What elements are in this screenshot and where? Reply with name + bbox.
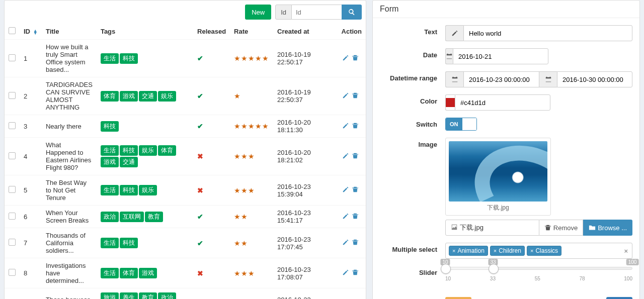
date-field[interactable]: [453, 48, 548, 64]
multiselect-tag[interactable]: × Animation: [449, 246, 488, 256]
row-checkbox[interactable]: [9, 152, 16, 159]
tag: 养生: [120, 292, 138, 299]
cell-rate: ★★: [230, 228, 273, 258]
cancel-button[interactable]: 撤销: [445, 297, 471, 299]
cell-tags: 生活体育游戏: [97, 258, 193, 288]
table-row: 2 TARDIGRADES CAN SURVIVE ALMOST ANYTHIN…: [5, 77, 366, 115]
slider-handle-low[interactable]: [441, 264, 451, 274]
remove-button[interactable]: Remove: [539, 220, 583, 236]
submit-button[interactable]: 提交: [606, 297, 632, 299]
tag: 科技: [101, 121, 119, 132]
multiselect-tag[interactable]: × Classics: [527, 246, 561, 256]
table-row: 8 Investigations have determined... 生活体育…: [5, 258, 366, 288]
x-icon: ✖: [197, 152, 203, 160]
row-checkbox[interactable]: [9, 54, 16, 61]
grid-panel: New Id ID ▲▼ Title Tags Released: [4, 0, 366, 299]
row-checkbox[interactable]: [9, 186, 16, 193]
trash-icon[interactable]: [352, 239, 359, 247]
new-button[interactable]: New: [245, 5, 271, 20]
col-created: Created at: [273, 24, 337, 40]
trash-icon: [544, 224, 551, 231]
cell-created: 2016-10-19 22:50:17: [273, 40, 337, 77]
edit-icon[interactable]: [342, 92, 349, 101]
edit-icon[interactable]: [342, 123, 349, 131]
row-checkbox[interactable]: [9, 269, 16, 276]
cell-created: 2016-10-23 17:07:45: [273, 228, 337, 258]
edit-icon[interactable]: [342, 55, 349, 63]
edit-icon[interactable]: [342, 269, 349, 277]
multiselect[interactable]: × Animation× Children× Classics×: [445, 243, 632, 259]
tag: 互联网: [120, 212, 144, 222]
edit-icon[interactable]: [342, 153, 349, 161]
tag: 生活: [101, 145, 119, 156]
cell-released: ✖: [193, 258, 230, 288]
search-icon: [348, 9, 355, 16]
row-checkbox[interactable]: [9, 122, 16, 129]
cell-id: 2: [20, 77, 42, 115]
label-color: Color: [380, 94, 445, 105]
remove-tag-icon[interactable]: ×: [452, 248, 455, 254]
id-input[interactable]: [292, 5, 342, 20]
slider[interactable]: 10 33 100 10335578100: [445, 266, 632, 290]
cell-created: 2016-10-23 17:08:31: [273, 288, 337, 300]
remove-tag-icon[interactable]: ×: [530, 248, 533, 254]
browse-button[interactable]: Browse ...: [583, 220, 632, 236]
datetime-to-field[interactable]: [557, 71, 632, 87]
edit-icon[interactable]: [342, 186, 349, 194]
trash-icon[interactable]: [352, 92, 359, 101]
row-checkbox[interactable]: [9, 239, 16, 246]
edit-icon[interactable]: [342, 239, 349, 247]
trash-icon[interactable]: [352, 123, 359, 131]
trash-icon[interactable]: [352, 213, 359, 221]
tag: 游戏: [139, 268, 157, 278]
trash-icon[interactable]: [352, 269, 359, 277]
trash-icon[interactable]: [352, 55, 359, 63]
label-dtr: Datetime range: [380, 71, 445, 82]
col-rate: Rate: [230, 24, 273, 40]
row-checkbox[interactable]: [9, 92, 16, 99]
text-field[interactable]: [463, 25, 632, 41]
color-swatch[interactable]: [445, 94, 455, 111]
cell-rate: ★★★: [230, 138, 273, 175]
tag: 娱乐: [139, 185, 157, 195]
cell-title: These bonuses were used...: [42, 288, 97, 300]
file-name: 下载.jpg: [445, 220, 539, 236]
tag: 娱乐: [158, 91, 176, 102]
color-field[interactable]: [455, 94, 550, 111]
select-all-checkbox[interactable]: [9, 27, 16, 34]
table-row: 5 The Best Way to Not Get Tenure 生活科技娱乐 …: [5, 175, 366, 206]
multiselect-tag[interactable]: × Children: [490, 246, 525, 256]
cell-title: TARDIGRADES CAN SURVIVE ALMOST ANYTHING: [42, 77, 97, 115]
tag: 科技: [120, 185, 138, 195]
remove-tag-icon[interactable]: ×: [494, 248, 497, 254]
clear-icon[interactable]: ×: [624, 247, 628, 255]
cell-rate: ★★★: [230, 258, 273, 288]
tag: 体育: [158, 145, 176, 156]
tag: 旅游: [101, 292, 119, 299]
calendar-icon: [445, 48, 453, 64]
cell-released: ✖: [193, 138, 230, 175]
cell-created: 2016-10-20 18:21:02: [273, 138, 337, 175]
switch-toggle[interactable]: ON: [445, 118, 477, 131]
pencil-icon: [445, 25, 463, 41]
cell-title: When Your Screen Breaks: [42, 206, 97, 228]
cell-title: The Best Way to Not Get Tenure: [42, 175, 97, 206]
cell-tags: 科技: [97, 115, 193, 138]
image-preview: ✕ 下载.jpg: [445, 138, 551, 216]
cell-tags: 体育游戏交通娱乐: [97, 77, 193, 115]
cell-title: Thousands of California soldiers...: [42, 228, 97, 258]
col-id[interactable]: ID ▲▼: [20, 24, 42, 40]
datetime-from-field[interactable]: [463, 71, 539, 87]
check-icon: ✔: [197, 122, 203, 130]
tag: 游戏: [101, 157, 119, 167]
search-button[interactable]: [342, 5, 362, 20]
cell-released: ✖: [193, 175, 230, 206]
tag: 生活: [101, 268, 119, 278]
label-image: Image: [380, 138, 445, 148]
row-checkbox[interactable]: [9, 213, 16, 220]
slider-handle-high[interactable]: [489, 264, 499, 274]
cell-title: How we built a truly Smart Office system…: [42, 40, 97, 77]
trash-icon[interactable]: [352, 153, 359, 161]
edit-icon[interactable]: [342, 213, 349, 221]
trash-icon[interactable]: [352, 186, 359, 194]
